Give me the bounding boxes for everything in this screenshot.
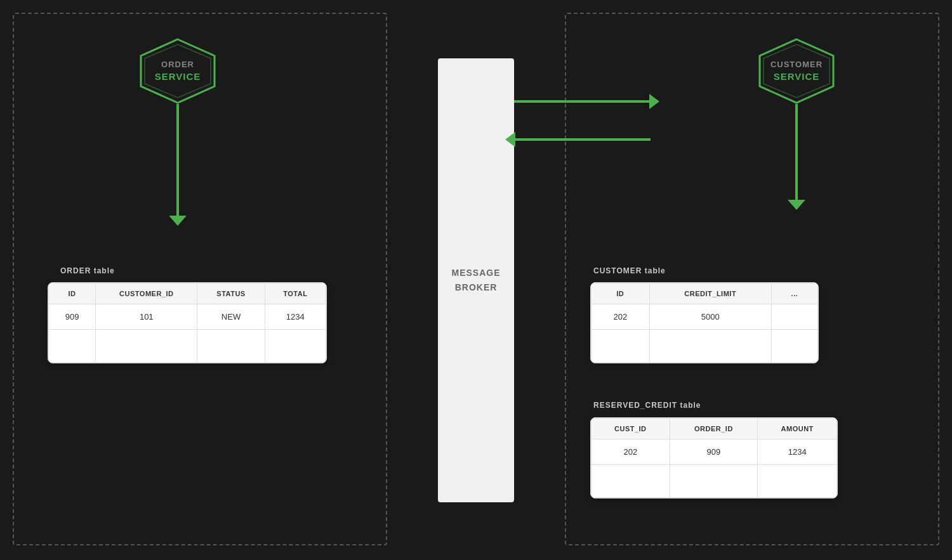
order-row-2 [49, 330, 326, 363]
cust-th-dots: ... [771, 283, 817, 304]
order-th-status: STATUS [197, 283, 265, 304]
arrow-to-customer-head [649, 94, 659, 109]
order-label: ORDER [155, 60, 201, 70]
main-container: MESSAGE BROKER ORDER SERVICE ORDER table… [0, 0, 952, 560]
res-th-amount: AMOUNT [758, 419, 837, 440]
res-th-custid: CUST_ID [592, 419, 670, 440]
cust-td-id-1: 202 [592, 304, 650, 330]
cust-th-credit: CREDIT_LIMIT [649, 283, 771, 304]
order-th-customer-id: CUSTOMER_ID [96, 283, 197, 304]
customer-service-hexagon: CUSTOMER SERVICE [758, 38, 835, 104]
res-td-orderid-1: 909 [670, 440, 758, 465]
customer-table: ID CREDIT_LIMIT ... 202 5000 [591, 283, 818, 363]
reserved-row-2 [592, 465, 837, 498]
order-table: ID CUSTOMER_ID STATUS TOTAL 909 101 NEW … [48, 283, 326, 363]
arrow-to-broker [514, 138, 651, 141]
reserved-credit-table-label: RESERVED_CREDIT table [593, 401, 701, 410]
res-th-orderid: ORDER_ID [670, 419, 758, 440]
order-table-label: ORDER table [60, 266, 115, 275]
customer-row-2 [592, 330, 818, 363]
order-td-id-2 [49, 330, 96, 363]
customer-service-text: CUSTOMER SERVICE [770, 60, 823, 82]
order-service-text: ORDER SERVICE [155, 60, 201, 82]
reserved-row-1: 202 909 1234 [592, 440, 837, 465]
cust-td-id-2 [592, 330, 650, 363]
reserved-credit-table: CUST_ID ORDER_ID AMOUNT 202 909 1234 [591, 418, 837, 498]
customer-row-1: 202 5000 [592, 304, 818, 330]
order-service-hexagon: ORDER SERVICE [140, 38, 216, 104]
order-td-total-1: 1234 [265, 304, 326, 330]
res-td-custid-2 [592, 465, 670, 498]
cust-td-credit-1: 5000 [649, 304, 771, 330]
cust-th-id: ID [592, 283, 650, 304]
order-arrow-down [176, 104, 179, 218]
broker-line2: BROKER [451, 280, 500, 294]
customer-table-wrapper: ID CREDIT_LIMIT ... 202 5000 [590, 282, 819, 363]
customer-table-label: CUSTOMER table [593, 266, 666, 275]
order-table-wrapper: ID CUSTOMER_ID STATUS TOTAL 909 101 NEW … [48, 282, 327, 363]
order-row-1: 909 101 NEW 1234 [49, 304, 326, 330]
service-label-right: SERVICE [770, 70, 823, 83]
order-td-id-1: 909 [49, 304, 96, 330]
order-td-custid-1: 101 [96, 304, 197, 330]
customer-arrow-down [795, 104, 798, 202]
reserved-credit-table-wrapper: CUST_ID ORDER_ID AMOUNT 202 909 1234 [590, 417, 838, 498]
service-label-left: SERVICE [155, 70, 201, 83]
order-td-custid-2 [96, 330, 197, 363]
cust-td-credit-2 [649, 330, 771, 363]
cust-td-dots-2 [771, 330, 817, 363]
order-th-total: TOTAL [265, 283, 326, 304]
res-td-amount-1: 1234 [758, 440, 837, 465]
order-th-id: ID [49, 283, 96, 304]
message-broker-text: MESSAGE BROKER [451, 266, 500, 294]
order-td-status-1: NEW [197, 304, 265, 330]
message-broker: MESSAGE BROKER [438, 58, 514, 502]
order-td-total-2 [265, 330, 326, 363]
arrow-to-broker-head [505, 132, 515, 147]
res-td-custid-1: 202 [592, 440, 670, 465]
cust-td-dots-1 [771, 304, 817, 330]
customer-service-wrapper: CUSTOMER SERVICE [758, 38, 835, 202]
arrow-to-customer [514, 100, 651, 103]
broker-line1: MESSAGE [451, 266, 500, 280]
res-td-orderid-2 [670, 465, 758, 498]
order-td-status-2 [197, 330, 265, 363]
order-service-wrapper: ORDER SERVICE [140, 38, 216, 218]
res-td-amount-2 [758, 465, 837, 498]
customer-label: CUSTOMER [770, 60, 823, 70]
